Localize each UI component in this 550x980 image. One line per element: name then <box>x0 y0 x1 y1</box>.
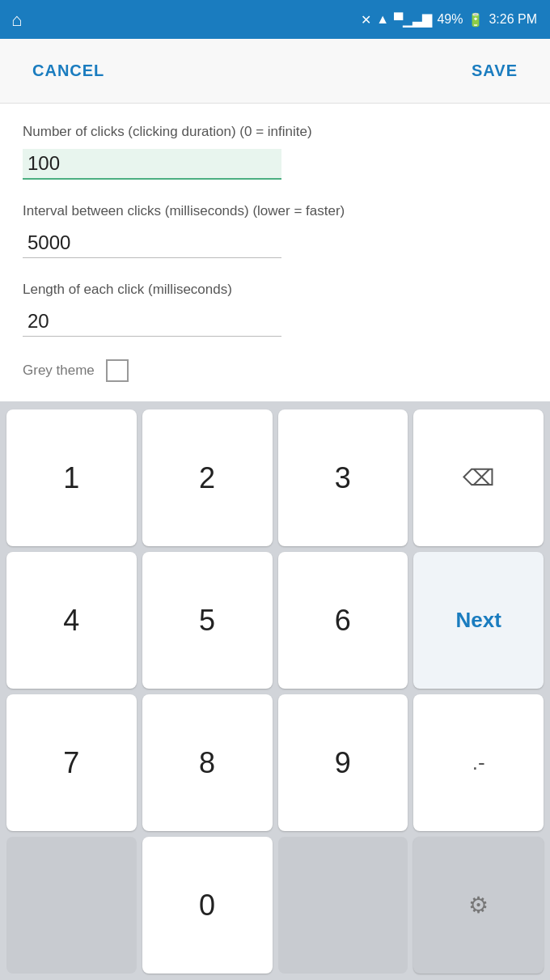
battery-text: 49% <box>437 12 463 27</box>
key-0[interactable]: 0 <box>142 837 273 974</box>
key-2[interactable]: 2 <box>142 409 273 546</box>
home-icon: ⌂ <box>11 10 22 31</box>
action-bar: CANCEL SAVE <box>0 39 550 104</box>
clicks-input[interactable] <box>23 149 281 180</box>
key-9[interactable]: 9 <box>278 694 408 831</box>
form-area: Number of clicks (clicking duration) (0 … <box>0 104 550 401</box>
battery-icon: 🔋 <box>468 12 484 28</box>
backspace-key[interactable]: ⌫ <box>413 409 544 546</box>
cancel-button[interactable]: CANCEL <box>19 55 117 87</box>
key-1[interactable]: 1 <box>6 409 137 546</box>
settings-key[interactable]: ⚙ <box>413 837 544 974</box>
interval-label: Interval between clicks (milliseconds) (… <box>23 202 527 220</box>
status-bar-right: ✕ ▲ ▀▁▃▇ 49% 🔋 3:26 PM <box>361 12 537 28</box>
interval-input-wrapper <box>23 228 527 258</box>
length-label: Length of each click (milliseconds) <box>23 281 527 299</box>
signal-icon: ▀▁▃▇ <box>394 12 432 28</box>
time-display: 3:26 PM <box>489 12 537 27</box>
keyboard: 1 2 3 ⌫ 4 5 6 Next 7 8 9 .- 0 ⚙ <box>0 401 550 980</box>
clicks-field-group: Number of clicks (clicking duration) (0 … <box>23 123 527 180</box>
backspace-icon: ⌫ <box>463 465 495 491</box>
grey-theme-checkbox[interactable] <box>106 359 129 382</box>
interval-field-group: Interval between clicks (milliseconds) (… <box>23 202 527 258</box>
no-sim-icon: ✕ <box>361 12 371 28</box>
next-key[interactable]: Next <box>413 552 544 689</box>
length-input[interactable] <box>23 307 281 337</box>
key-7[interactable]: 7 <box>6 694 137 831</box>
save-button[interactable]: SAVE <box>459 55 531 87</box>
key-empty-left <box>6 837 137 974</box>
interval-input[interactable] <box>23 228 281 258</box>
clicks-input-wrapper <box>23 149 527 180</box>
key-6[interactable]: 6 <box>278 552 408 689</box>
status-bar: ⌂ ✕ ▲ ▀▁▃▇ 49% 🔋 3:26 PM <box>0 0 550 39</box>
grey-theme-row: Grey theme <box>23 359 527 382</box>
key-empty-right <box>278 837 408 974</box>
key-5[interactable]: 5 <box>142 552 273 689</box>
wifi-icon: ▲ <box>376 12 389 27</box>
key-8[interactable]: 8 <box>142 694 273 831</box>
length-input-wrapper <box>23 307 527 337</box>
key-4[interactable]: 4 <box>6 552 137 689</box>
grey-theme-label: Grey theme <box>23 363 95 379</box>
length-field-group: Length of each click (milliseconds) <box>23 281 527 337</box>
dot-dash-key[interactable]: .- <box>413 694 544 831</box>
clicks-label: Number of clicks (clicking duration) (0 … <box>23 123 527 141</box>
key-3[interactable]: 3 <box>278 409 408 546</box>
